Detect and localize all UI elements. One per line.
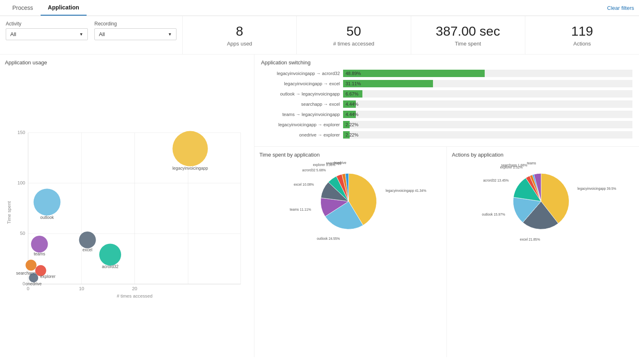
bottom-charts: Time spent by application legacyinvoicin…	[254, 147, 639, 357]
svg-text:0: 0	[27, 287, 29, 291]
bar-pct-1: 31.11%	[343, 81, 361, 86]
tab-application[interactable]: Application	[41, 0, 87, 16]
bar-track-1: 31.11%	[343, 80, 632, 87]
bar-row-6: onedrive → explorer2.22%	[261, 131, 632, 139]
bar-track-5: 2.22%	[343, 121, 632, 128]
activity-value: All	[10, 31, 16, 37]
bar-fill-5: 2.22%	[343, 121, 350, 128]
recording-label: Recording	[94, 21, 176, 27]
bar-row-1: legacyinvoicingapp → excel31.11%	[261, 80, 632, 87]
pie-label-0: legacyinvoicingapp 41.34%	[386, 189, 426, 193]
svg-text:10: 10	[79, 287, 84, 291]
pie-label-4: acrord32 5.68%	[302, 168, 326, 172]
main-content: Application usage Time spent 150 100 50	[0, 55, 639, 357]
bar-label-3: searchapp → excel	[261, 102, 343, 107]
svg-point-23	[31, 236, 48, 253]
svg-point-19	[172, 131, 208, 166]
scatter-svg: Time spent 150 100 50 0 0 10	[5, 69, 249, 352]
activity-filter-group: Activity All ▼	[6, 21, 88, 40]
left-panel: Application usage Time spent 150 100 50	[0, 55, 254, 357]
svg-text:150: 150	[17, 130, 25, 135]
pie-label-5: searchapp 1.68%	[501, 164, 527, 167]
bar-row-4: teams → legacyinvoicingapp4.44%	[261, 111, 632, 118]
activity-label: Activity	[6, 21, 88, 27]
bar-row-5: legacyinvoicingapp → explorer2.22%	[261, 121, 632, 128]
activity-select[interactable]: All ▼	[6, 28, 88, 40]
time-spent-value: 387.00 sec	[419, 23, 517, 39]
bar-track-0: 48.89%	[343, 70, 632, 77]
recording-chevron-icon: ▼	[168, 32, 172, 36]
svg-text:legacyinvoicingapp: legacyinvoicingapp	[172, 166, 208, 171]
bar-pct-5: 2.22%	[343, 122, 358, 127]
bar-fill-3: 4.44%	[343, 100, 356, 108]
pie-label-2: teams 11.11%	[290, 208, 311, 212]
time-spent-label: Time spent	[419, 41, 517, 47]
svg-point-27	[99, 244, 121, 266]
apps-used-value: 8	[191, 23, 288, 39]
svg-point-29	[25, 260, 37, 271]
stat-time-spent: 387.00 sec Time spent	[411, 16, 525, 54]
bar-track-2: 6.67%	[343, 90, 632, 98]
bar-label-2: outlook → legacyinvoicingapp	[261, 91, 343, 96]
times-accessed-value: 50	[305, 23, 402, 39]
time-spent-chart-title: Time spent by application	[259, 152, 442, 158]
svg-text:excel: excel	[82, 248, 92, 252]
right-panel: Application switching legacyinvoicingapp…	[254, 55, 639, 357]
pie-label-0: legacyinvoicingapp 39.5%	[577, 187, 616, 191]
bar-pct-0: 48.89%	[343, 71, 361, 76]
recording-filter-group: Recording All ▼	[94, 21, 176, 40]
bar-pct-4: 4.44%	[343, 112, 358, 117]
stats-row: 8 Apps used 50 # times accessed 387.00 s…	[183, 16, 639, 54]
pie-label-7: onedrive	[334, 161, 347, 165]
bar-pct-2: 6.67%	[343, 91, 358, 96]
app-switching-section: Application switching legacyinvoicingapp…	[254, 55, 639, 147]
bar-label-1: legacyinvoicingapp → excel	[261, 81, 343, 86]
bar-row-2: outlook → legacyinvoicingapp6.67%	[261, 90, 632, 98]
bar-label-5: legacyinvoicingapp → explorer	[261, 122, 343, 127]
times-accessed-label: # times accessed	[305, 41, 402, 47]
bar-pct-6: 2.22%	[343, 132, 358, 137]
svg-text:# times accessed: # times accessed	[117, 293, 152, 298]
actions-pie-area: legacyinvoicingapp 39.5%excel 21.85%outl…	[452, 161, 634, 243]
actions-chart-box: Actions by application legacyinvoicingap…	[447, 147, 639, 357]
activity-chevron-icon: ▼	[79, 32, 83, 36]
recording-value: All	[99, 31, 105, 37]
bar-fill-0: 48.89%	[343, 70, 485, 77]
svg-text:20: 20	[132, 287, 137, 291]
bar-label-0: legacyinvoicingapp → acrord32	[261, 71, 343, 76]
svg-point-25	[79, 232, 96, 248]
app-usage-title: Application usage	[5, 59, 249, 66]
svg-text:onedrive: onedrive	[25, 282, 42, 286]
svg-point-33	[29, 273, 38, 283]
pie-label-7: teams	[527, 162, 536, 165]
bar-track-4: 4.44%	[343, 111, 632, 118]
stat-times-accessed: 50 # times accessed	[297, 16, 411, 54]
pie-label-1: excel 21.85%	[520, 238, 540, 241]
bar-row-3: searchapp → excel4.44%	[261, 100, 632, 108]
recording-select[interactable]: All ▼	[94, 28, 176, 40]
svg-text:Time spent: Time spent	[7, 201, 11, 224]
clear-filters-button[interactable]: Clear filters	[607, 5, 634, 11]
svg-text:50: 50	[20, 231, 25, 236]
apps-used-label: Apps used	[191, 41, 288, 47]
tab-process[interactable]: Process	[5, 0, 41, 15]
bar-track-3: 4.44%	[343, 100, 632, 108]
bar-fill-6: 2.22%	[343, 131, 350, 139]
pie-label-1: outlook 24.55%	[317, 237, 340, 241]
bar-label-4: teams → legacyinvoicingapp	[261, 112, 343, 117]
bar-fill-4: 4.44%	[343, 111, 356, 118]
stat-actions: 119 Actions	[525, 16, 639, 54]
pie-label-3: acrord32 13.45%	[483, 179, 508, 182]
actions-chart-title: Actions by application	[452, 152, 634, 158]
time-spent-pie-area: legacyinvoicingapp 41.34%outlook 24.55%t…	[259, 161, 442, 243]
app-switching-title: Application switching	[261, 59, 632, 66]
svg-text:explorer: explorer	[40, 274, 56, 279]
svg-text:teams: teams	[34, 252, 45, 257]
bar-row-0: legacyinvoicingapp → acrord3248.89%	[261, 70, 632, 77]
svg-text:0: 0	[23, 281, 25, 286]
actions-value: 119	[534, 23, 631, 39]
bar-label-6: onedrive → explorer	[261, 132, 343, 137]
bar-fill-2: 6.67%	[343, 90, 362, 98]
scatter-container: Time spent 150 100 50 0 0 10	[5, 69, 249, 352]
pie-label-3: excel 10.08%	[294, 183, 314, 187]
